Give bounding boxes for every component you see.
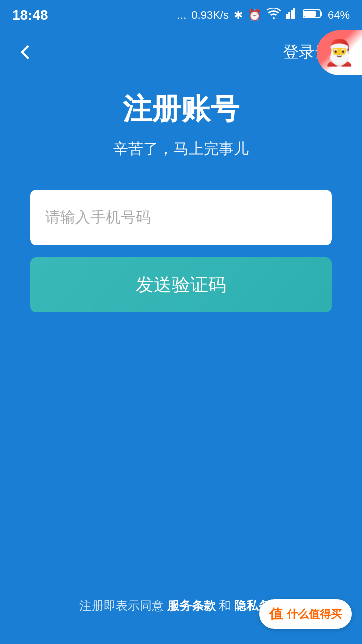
- badge-icon: 值: [269, 605, 283, 623]
- network-icon: ...: [177, 9, 186, 22]
- signal-icon: [286, 8, 298, 22]
- page-title: 注册账号: [123, 90, 239, 129]
- svg-rect-1: [288, 12, 290, 19]
- badge-label: 什么值得买: [287, 607, 342, 622]
- phone-input[interactable]: [30, 190, 332, 245]
- santa-avatar: 🎅: [317, 30, 362, 75]
- svg-rect-6: [304, 11, 316, 17]
- send-code-button[interactable]: 发送验证码: [30, 257, 332, 312]
- battery-percent: 64%: [328, 9, 350, 22]
- footer-normal-text: 注册即表示同意: [79, 599, 164, 612]
- network-speed: 0.93K/s: [191, 9, 229, 22]
- svg-rect-5: [320, 12, 322, 16]
- float-badge[interactable]: 值 什么值得买: [259, 599, 352, 629]
- back-arrow-icon: [21, 45, 35, 59]
- status-bar: 18:48 ... 0.93K/s ✱ ⏰ 64%: [0, 0, 362, 30]
- status-right-icons: ... 0.93K/s ✱ ⏰ 64%: [177, 8, 350, 22]
- svg-rect-0: [286, 14, 288, 19]
- nav-bar: 登录云麦: [0, 30, 362, 74]
- bluetooth-icon: ✱: [234, 9, 243, 22]
- back-button[interactable]: [15, 40, 40, 65]
- page-subtitle: 辛苦了，马上完事儿: [113, 139, 249, 159]
- svg-rect-3: [293, 8, 295, 19]
- status-time: 18:48: [12, 7, 48, 23]
- main-content: 注册账号 辛苦了，马上完事儿 发送验证码: [0, 74, 362, 312]
- wifi-icon: [266, 8, 281, 22]
- svg-rect-2: [291, 10, 293, 19]
- footer-and-text: 和: [219, 599, 231, 612]
- alarm-icon: ⏰: [248, 9, 261, 22]
- footer-terms-link[interactable]: 服务条款: [167, 599, 216, 612]
- battery-icon: [303, 9, 323, 22]
- form-area: 发送验证码: [20, 190, 342, 312]
